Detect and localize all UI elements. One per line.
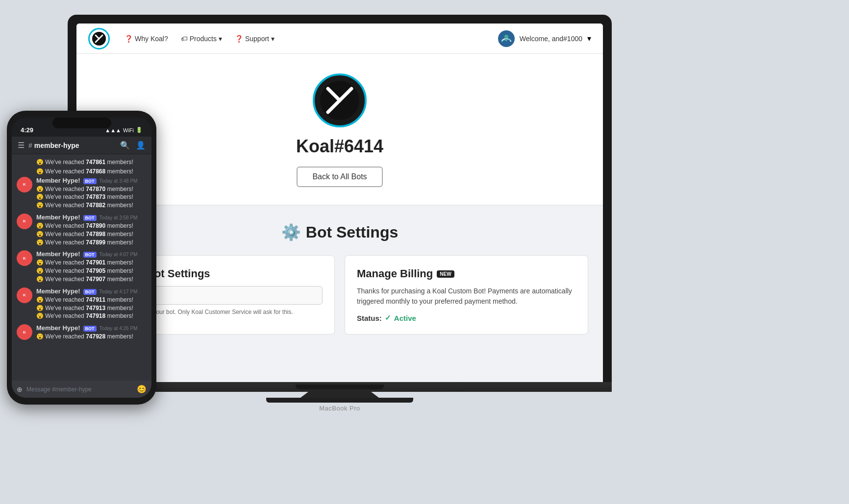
- message-header-2: Member Hype! BOT Today at 3:58 PM: [36, 214, 147, 221]
- message-header-3: Member Hype! BOT Today at 4:07 PM: [36, 250, 147, 258]
- navbar-logo[interactable]: [88, 28, 110, 49]
- settings-title: ⚙️ Bot Settings: [91, 223, 588, 241]
- bot-badge-3: BOT: [83, 252, 97, 258]
- message-username-5: Member Hype!: [36, 324, 80, 332]
- products-label: Products: [190, 35, 217, 43]
- message-content-5: Member Hype! BOT Today at 4:26 PM 😮 We'v…: [36, 324, 147, 341]
- navbar-link-support[interactable]: ❓ Support ▾: [230, 32, 279, 46]
- laptop-notch: [296, 384, 384, 389]
- message-username-1: Member Hype!: [36, 177, 80, 184]
- products-dropdown-icon: ▾: [219, 35, 222, 43]
- bot-avatar-phone-3: K: [17, 250, 32, 266]
- message-time-4: Today at 4:17 PM: [100, 289, 138, 294]
- billing-description: Thanks for purchasing a Koal Custom Bot!…: [357, 286, 576, 307]
- message-line-4c: 😮 We've reached 747918 members!: [36, 312, 147, 320]
- welcome-text[interactable]: Welcome, and#1000: [520, 35, 582, 43]
- bot-badge-2: BOT: [83, 215, 97, 221]
- phone-input-bar: ⊕ Message #member-hype 😊: [12, 381, 151, 398]
- bot-name: Koal#6414: [296, 136, 383, 157]
- navbar: ❓ Why Koal? 🏷 Products ▾ ❓ Support ▾: [76, 24, 603, 54]
- message-content-3: Member Hype! BOT Today at 4:07 PM 😮 We'v…: [36, 250, 147, 283]
- phone-status-icons: ▲▲▲ WiFi 🔋: [105, 127, 143, 133]
- bot-avatar-phone-4: K: [17, 288, 32, 303]
- message-group-4: K Member Hype! BOT Today at 4:17 PM 😮 We…: [17, 288, 147, 320]
- message-group-1: K Member Hype! BOT Today at 3:48 PM 😮 We…: [17, 177, 147, 210]
- wifi-icon: WiFi: [123, 127, 134, 133]
- support-icon: ❓: [235, 35, 243, 43]
- message-header-1: Member Hype! BOT Today at 3:48 PM: [36, 177, 147, 184]
- discord-header-left: ☰ # member-hype: [18, 141, 79, 150]
- products-tag-icon: 🏷: [181, 35, 188, 43]
- message-group-2: K Member Hype! BOT Today at 3:58 PM 😮 We…: [17, 214, 147, 246]
- emoji-icon[interactable]: 😊: [137, 384, 147, 394]
- navbar-link-products[interactable]: 🏷 Products ▾: [176, 32, 227, 46]
- pre-message-1: 😮 We've reached 747861 members!: [17, 158, 147, 167]
- laptop-stand-foot: [266, 398, 413, 403]
- svg-point-1: [504, 35, 508, 39]
- message-group-5: K Member Hype! BOT Today at 4:26 PM 😮 We…: [17, 324, 147, 341]
- support-dropdown-icon: ▾: [271, 35, 275, 43]
- message-header-4: Member Hype! BOT Today at 4:17 PM: [36, 288, 147, 295]
- laptop-stand-neck: [300, 392, 379, 398]
- hamburger-icon[interactable]: ☰: [18, 141, 25, 150]
- bot-badge-5: BOT: [83, 326, 97, 332]
- discord-header-right: 🔍 👤: [120, 141, 146, 150]
- message-time-1: Today at 3:48 PM: [100, 178, 138, 184]
- bot-avatar-phone-2: K: [17, 214, 32, 229]
- user-avatar: [498, 30, 515, 47]
- status-value: Active: [394, 314, 416, 322]
- bot-badge-4: BOT: [83, 289, 97, 295]
- bot-badge-1: BOT: [83, 178, 97, 184]
- message-line-4a: 😮 We've reached 747911 members!: [36, 296, 147, 304]
- billing-card-title: Manage Billing NEW: [357, 267, 576, 280]
- manage-billing-card: Manage Billing NEW Thanks for purchasing…: [345, 255, 588, 335]
- message-content-2: Member Hype! BOT Today at 3:58 PM 😮 We'v…: [36, 214, 147, 246]
- attachment-icon[interactable]: ⊕: [17, 385, 23, 393]
- message-line-1a: 😮 We've reached 747870 members!: [36, 185, 147, 193]
- settings-gear-icon: ⚙️: [281, 223, 301, 241]
- bot-avatar-phone-1: K: [17, 177, 32, 192]
- message-time-2: Today at 3:58 PM: [100, 215, 138, 220]
- message-line-3c: 😮 We've reached 747907 members!: [36, 275, 147, 284]
- navbar-link-why-koal[interactable]: ❓ Why Koal?: [120, 32, 173, 46]
- message-line-4b: 😮 We've reached 747913 members!: [36, 304, 147, 312]
- message-input[interactable]: Message #member-hype: [26, 386, 133, 393]
- navbar-right: Welcome, and#1000 ▾: [498, 30, 591, 47]
- message-line-1b: 😮 We've reached 747873 members!: [36, 193, 147, 201]
- support-label: Support: [245, 35, 269, 43]
- new-badge: NEW: [437, 270, 454, 278]
- message-line-2a: 😮 We've reached 747890 members!: [36, 222, 147, 230]
- search-icon[interactable]: 🔍: [120, 141, 130, 150]
- message-line-1c: 😮 We've reached 747882 members!: [36, 201, 147, 210]
- phone-screen: 4:29 ▲▲▲ WiFi 🔋 ☰ # member-hype 🔍 👤: [12, 118, 151, 398]
- why-koal-label: Why Koal?: [135, 35, 168, 43]
- message-header-5: Member Hype! BOT Today at 4:26 PM: [36, 324, 147, 332]
- message-username-3: Member Hype!: [36, 250, 80, 258]
- settings-grid: General Bot Settings unique identifier t…: [91, 255, 588, 335]
- battery-icon: 🔋: [136, 127, 143, 133]
- message-content-4: Member Hype! BOT Today at 4:17 PM 😮 We'v…: [36, 288, 147, 320]
- channel-name: # member-hype: [28, 142, 79, 149]
- navbar-links: ❓ Why Koal? 🏷 Products ▾ ❓ Support ▾: [120, 32, 498, 46]
- macbook-label: MacBook Pro: [68, 405, 612, 412]
- messages-area[interactable]: 😮 We've reached 747861 members! 😮 We've …: [12, 154, 151, 381]
- back-to-all-bots-button[interactable]: Back to All Bots: [297, 167, 382, 187]
- bot-avatar: [313, 73, 367, 127]
- channel-hash-symbol: #: [28, 142, 32, 149]
- message-line-2b: 😮 We've reached 747898 members!: [36, 230, 147, 239]
- message-line-5a: 😮 We've reached 747928 members!: [36, 333, 147, 341]
- message-time-5: Today at 4:26 PM: [100, 326, 138, 331]
- billing-status: Status: ✓ Active: [357, 313, 576, 322]
- add-member-icon[interactable]: 👤: [136, 141, 146, 150]
- message-line-2c: 😮 We've reached 747899 members!: [36, 239, 147, 247]
- message-line-3a: 😮 We've reached 747901 members!: [36, 259, 147, 267]
- pre-message-2: 😮 We've reached 747868 members!: [17, 168, 147, 176]
- message-username-2: Member Hype!: [36, 214, 80, 221]
- why-koal-icon: ❓: [125, 35, 133, 43]
- welcome-dropdown-icon[interactable]: ▾: [587, 34, 591, 43]
- phone-notch: [52, 118, 111, 128]
- message-line-3b: 😮 We've reached 747905 members!: [36, 267, 147, 275]
- message-group-3: K Member Hype! BOT Today at 4:07 PM 😮 We…: [17, 250, 147, 283]
- status-check-icon: ✓: [385, 313, 391, 322]
- discord-header: ☰ # member-hype 🔍 👤: [12, 137, 151, 154]
